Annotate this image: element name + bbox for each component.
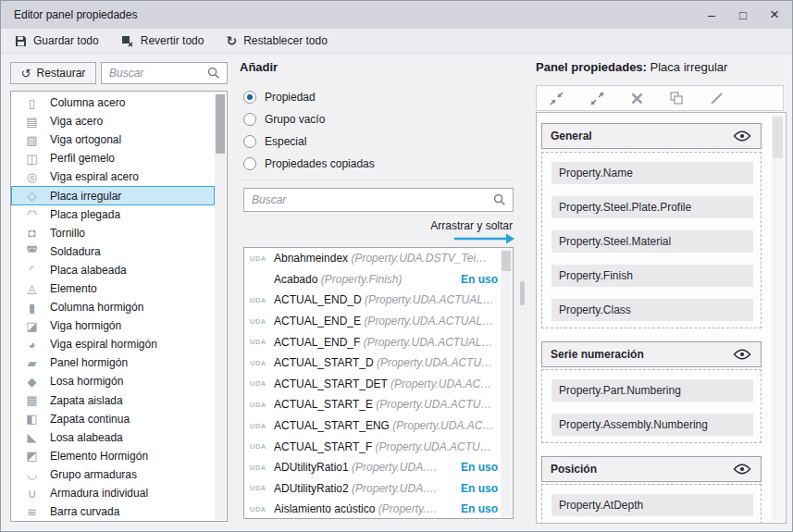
uda-tag: UDA xyxy=(250,317,274,326)
object-type-label: Armadura individual xyxy=(50,487,148,500)
radio-button[interactable] xyxy=(243,91,256,104)
left-scroll-thumb[interactable] xyxy=(216,94,225,154)
object-type-item[interactable]: ◫Perfil gemelo xyxy=(11,149,215,167)
object-type-item[interactable]: ▤Viga acero xyxy=(11,112,215,130)
add-option-label: Propiedades copiadas xyxy=(265,157,375,170)
restore-button[interactable]: ↺ Restaurar xyxy=(10,62,96,84)
visibility-eye-icon[interactable] xyxy=(733,349,751,360)
object-type-label: Columna acero xyxy=(50,96,125,109)
object-type-item[interactable]: ∪Armadura individual xyxy=(11,484,215,502)
property-field[interactable]: Property.Name xyxy=(551,162,753,184)
property-field[interactable]: Property.Finish xyxy=(551,265,753,287)
object-type-item[interactable]: ◆Losa hormigón xyxy=(11,372,215,390)
property-row[interactable]: UDAACTUAL_END_F (Property.UDA.ACTUAL… xyxy=(244,331,513,353)
visibility-eye-icon[interactable] xyxy=(733,130,751,142)
uda-tag: UDA xyxy=(250,401,274,409)
section-header[interactable]: Serie numeración xyxy=(541,341,762,367)
object-type-item[interactable]: ◠ xyxy=(11,521,215,522)
property-name: ACTUAL_END_E xyxy=(274,315,364,328)
reset-all-button[interactable]: ↻ Restablecer todo xyxy=(226,34,327,47)
property-search-input[interactable]: Buscar xyxy=(243,188,514,212)
object-type-icon: ◜ xyxy=(22,263,42,277)
edit-icon[interactable] xyxy=(709,91,725,106)
object-type-item[interactable]: ◕Viga espiral hormigón xyxy=(11,335,215,353)
left-list-scrollbar[interactable] xyxy=(215,93,226,520)
property-name: ACTUAL_END_D xyxy=(274,293,365,306)
revert-all-button[interactable]: Revertir todo xyxy=(121,34,204,47)
object-type-item[interactable]: ▯Columna acero xyxy=(11,93,215,112)
collapse-all-icon[interactable] xyxy=(549,91,564,106)
property-row[interactable]: UDAADUtilityRatio2 (Property.UDA.…En uso xyxy=(244,478,513,500)
object-type-item[interactable]: ◧Zapata continua xyxy=(11,410,215,428)
object-type-item[interactable]: ◎Viga espiral acero xyxy=(11,167,215,186)
property-field[interactable]: Property.AtDepth xyxy=(551,494,753,516)
property-field[interactable]: Property.Steel.Material xyxy=(551,230,753,253)
left-search-input[interactable]: Buscar xyxy=(101,62,228,84)
object-type-item[interactable]: ◡Grupo armaduras xyxy=(11,465,215,484)
object-type-icon: ◕ xyxy=(22,338,42,352)
object-type-item[interactable]: ◪Viga hormigón xyxy=(11,316,215,335)
copy-icon[interactable] xyxy=(669,91,684,105)
minimize-button[interactable]: – xyxy=(696,1,727,29)
property-scroll-thumb[interactable] xyxy=(502,251,511,271)
object-type-item[interactable]: ▦Zapata aislada xyxy=(11,391,215,410)
property-field[interactable]: Property.Part.Numbering xyxy=(551,379,753,402)
radio-button[interactable] xyxy=(243,157,256,170)
property-row[interactable]: UDAAislamiento acústico (Property.…En us… xyxy=(244,499,513,519)
property-row[interactable]: UDAACTUAL_START_E (Property.UDA.ACTU… xyxy=(244,394,513,415)
property-row[interactable]: UDAACTUAL_START_ENG (Property.UDA.AC… xyxy=(244,415,513,437)
splitter-handle[interactable] xyxy=(520,281,525,305)
property-text: ACTUAL_START_D (Property.UDA.ACTU… xyxy=(274,356,513,369)
radio-button[interactable] xyxy=(243,113,256,126)
delete-icon[interactable] xyxy=(630,92,644,105)
property-row[interactable]: UDAACTUAL_END_D (Property.UDA.ACTUAL… xyxy=(244,290,513,311)
property-row[interactable]: UDAADUtilityRatio1 (Property.UDA.…En uso xyxy=(244,457,513,478)
object-type-item[interactable]: ◣Losa alabeada xyxy=(11,428,215,447)
property-row[interactable]: Acabado (Property.Finish)En uso xyxy=(244,269,513,291)
object-type-icon: ∪ xyxy=(22,487,42,501)
right-panel-scrollbar[interactable] xyxy=(772,115,784,521)
uda-tag: UDA xyxy=(250,338,274,346)
property-field[interactable]: Property.Assembly.Numbering xyxy=(551,414,753,436)
object-type-label: Columna hormigón xyxy=(50,301,143,314)
divider xyxy=(240,179,514,180)
property-detail: (Property.UDA.ACTUAL… xyxy=(364,336,493,349)
property-name: ACTUAL_START_DET xyxy=(274,377,390,390)
property-list-scrollbar[interactable] xyxy=(501,249,512,517)
section-header[interactable]: Posición xyxy=(541,456,762,482)
object-type-item[interactable]: ◘Tornillo xyxy=(11,224,215,242)
property-field[interactable]: Property.Class xyxy=(551,299,753,321)
object-type-item[interactable]: ◜Placa alabeada xyxy=(11,261,215,279)
property-row[interactable]: UDAACTUAL_START_F (Property.UDA.ACTU… xyxy=(244,436,513,457)
section-header[interactable]: General xyxy=(541,123,762,149)
object-type-item[interactable]: ▮Columna hormigón xyxy=(11,298,215,316)
add-option[interactable]: Propiedad xyxy=(243,86,375,108)
add-option[interactable]: Especial xyxy=(243,130,375,153)
property-row[interactable]: UDAAbnahmeindex (Property.UDA.DSTV_Tei… xyxy=(244,248,513,269)
property-row[interactable]: UDAACTUAL_END_E (Property.UDA.ACTUAL… xyxy=(244,311,513,332)
visibility-eye-icon[interactable] xyxy=(733,464,751,475)
property-text: Acabado (Property.Finish) xyxy=(274,273,457,286)
expand-all-icon[interactable] xyxy=(589,91,605,106)
property-detail: (Property.UDA.DSTV_Tei… xyxy=(351,252,487,265)
add-option[interactable]: Propiedades copiadas xyxy=(243,153,375,175)
property-row[interactable]: UDAACTUAL_START_DET (Property.UDA.AC… xyxy=(244,374,513,395)
save-all-button[interactable]: Guardar todo xyxy=(15,34,99,47)
object-type-item[interactable]: ◚Soldadura xyxy=(11,242,215,261)
object-type-item[interactable]: ◇Placa irregular xyxy=(11,186,215,204)
restore-label: Restaurar xyxy=(37,67,86,80)
object-type-item[interactable]: ◬Elemento xyxy=(11,279,215,298)
object-type-item[interactable]: ◠Placa plegada xyxy=(11,205,215,224)
close-button[interactable]: × xyxy=(759,1,790,29)
property-row[interactable]: UDAACTUAL_START_D (Property.UDA.ACTU… xyxy=(244,353,513,374)
pane-layout-area: GeneralProperty.NameProperty.Steel.Plate… xyxy=(536,112,787,524)
maximize-button[interactable]: □ xyxy=(727,1,759,29)
object-type-item[interactable]: ▰Panel hormigón xyxy=(11,353,215,372)
object-type-item[interactable]: ≋Barra curvada xyxy=(11,502,215,521)
object-type-item[interactable]: ◩Elemento Hormigón xyxy=(11,447,215,465)
object-type-item[interactable]: ▨Viga ortogonal xyxy=(11,130,215,149)
radio-button[interactable] xyxy=(243,135,256,148)
right-scroll-thumb[interactable] xyxy=(773,117,783,158)
add-option[interactable]: Grupo vacío xyxy=(243,108,375,130)
property-field[interactable]: Property.Steel.Plate.Profile xyxy=(551,196,753,218)
